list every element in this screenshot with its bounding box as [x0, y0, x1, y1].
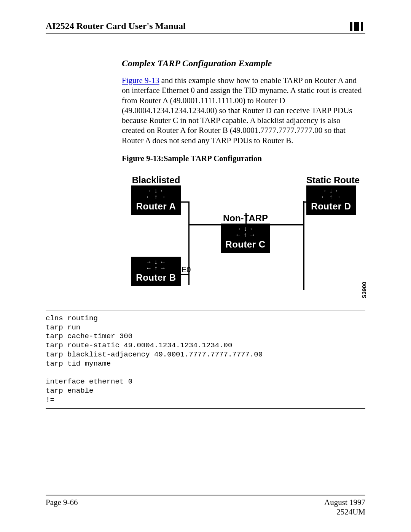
config-code-block: clns routing tarp run tarp cache-timer 3…	[46, 310, 365, 409]
router-d-name: Router D	[307, 201, 355, 212]
router-a-name: Router A	[132, 201, 180, 212]
router-c-icon: → ↓ ←← ↑ → Router C	[221, 224, 270, 253]
header-title: AI2524 Router Card User's Manual	[46, 21, 186, 31]
section-title: Complex TARP Configuration Example	[122, 58, 365, 69]
router-c-name: Router C	[221, 239, 269, 250]
router-b-name: Router B	[132, 272, 180, 283]
label-static-route: Static Route	[306, 175, 356, 185]
page-footer: Page 9-66 August 1997 2524UM	[46, 495, 365, 517]
section-body-text: and this example show how to enable TARP…	[122, 76, 362, 145]
page-header: AI2524 Router Card User's Manual	[46, 21, 365, 34]
label-non-tarp: Non-TARP	[221, 213, 270, 224]
label-blacklisted: Blacklisted	[131, 175, 181, 185]
brand-logo-icon	[350, 22, 365, 31]
section-body: Figure 9-13 and this example show how to…	[122, 75, 365, 145]
router-d-icon: → ↓ ←← ↑ → Router D	[306, 185, 356, 215]
footer-date: August 1997	[324, 498, 365, 507]
router-b-icon: → ↓ ←← ↑ → Router B	[131, 257, 181, 286]
figure-caption: Figure 9-13:Sample TARP Configuration	[122, 154, 365, 163]
footer-doc-id: 2524UM	[324, 507, 365, 517]
interface-e0-label: E0	[182, 265, 191, 274]
diagram-code-number: S3900	[361, 282, 367, 298]
tarp-diagram: Blacklisted → ↓ ←← ↑ → Router A Static R…	[131, 175, 356, 302]
router-a-icon: → ↓ ←← ↑ → Router A	[131, 185, 181, 215]
footer-page-number: Page 9-66	[46, 498, 78, 517]
figure-link[interactable]: Figure 9-13	[122, 76, 159, 85]
